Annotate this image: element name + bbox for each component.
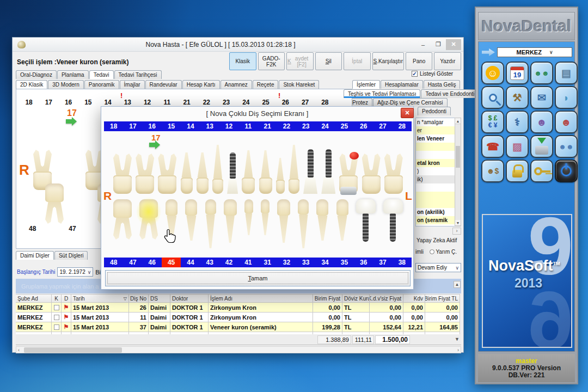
tooth-canine[interactable] xyxy=(298,199,309,248)
tooth-implant[interactable] xyxy=(303,149,317,194)
band-scroll-up-icon[interactable]: ▲ xyxy=(454,281,461,288)
table-vscroll-icon[interactable]: ▼ xyxy=(455,336,460,342)
dialog-tooth-number-18[interactable]: 18 xyxy=(104,121,123,131)
start-date-combo[interactable]: 19. 2.1972 ∨ xyxy=(57,267,93,277)
column-header-k[interactable]: K xyxy=(52,294,62,303)
tooth-molar[interactable] xyxy=(45,183,64,224)
dialog-tooth-number-26[interactable]: 26 xyxy=(354,121,373,131)
procedures-scrollbar[interactable]: ▲ ▼ xyxy=(455,118,461,226)
column-header--ube-ad[interactable]: Şube Ad xyxy=(16,294,52,303)
patient-smile-button[interactable]: ☺ xyxy=(481,62,504,84)
chart-tooth-number-14[interactable]: 14 xyxy=(98,99,118,106)
tooth-implant[interactable] xyxy=(321,149,335,194)
dentition-tab-daimi-di-ler[interactable]: Daimi Dişler xyxy=(16,251,54,260)
currency-button[interactable]: $ £€ ¥ xyxy=(481,111,504,133)
row-checkbox[interactable] xyxy=(54,324,59,330)
chart-tooth-number-13[interactable]: 13 xyxy=(118,99,137,106)
tab-tedavi[interactable]: Tedavi xyxy=(89,70,114,79)
dialog-tooth-number-43[interactable]: 43 xyxy=(200,258,219,267)
tab-a-z-di-ve-ene-cerrahisi[interactable]: Ağız-Diş ve Çene Cerrahisi xyxy=(373,98,448,107)
chart-tooth-number-47[interactable]: 47 xyxy=(69,225,76,232)
dialog-tooth-number-12[interactable]: 12 xyxy=(219,121,238,131)
column-header-kdv[interactable]: Kdv xyxy=(403,294,425,303)
column-header-d-viz-kuru[interactable]: Döviz Kuru xyxy=(342,294,370,303)
dialog-tooth-number-45[interactable]: 45 xyxy=(162,258,181,267)
tooth-molar[interactable] xyxy=(136,154,154,194)
tooth-molar[interactable] xyxy=(158,154,176,194)
hscroll-thumb[interactable] xyxy=(24,347,122,353)
dialog-tooth-number-25[interactable]: 25 xyxy=(335,121,354,131)
patients-group-button[interactable]: ☻☻ xyxy=(530,62,553,84)
user-lock-button[interactable]: ☻ xyxy=(530,111,553,133)
tooth-implant_fuzzy[interactable] xyxy=(356,199,376,242)
toolbar-button-kaydet-f2-[interactable]: Kaydet [F2] xyxy=(286,52,314,70)
chart-tooth-number-17[interactable]: 17 xyxy=(39,99,58,106)
tooth-premolar[interactable] xyxy=(185,199,197,241)
column-header-ds[interactable]: DS xyxy=(149,294,170,303)
procedure-item[interactable] xyxy=(416,192,461,200)
phone-button[interactable]: ☎ xyxy=(481,135,504,158)
procedure-item[interactable]: ik) xyxy=(416,175,461,183)
chart-tooth-number-27[interactable]: 27 xyxy=(296,99,315,106)
tooth-incisor[interactable] xyxy=(224,199,237,243)
row-checkbox[interactable] xyxy=(54,305,59,310)
column-header-i-lem-ad-[interactable]: İşlem Adı xyxy=(209,294,313,303)
toolbar-button-pano[interactable]: Pano xyxy=(406,52,433,70)
tooth-premolar[interactable] xyxy=(316,199,328,241)
tooth-implant_crown[interactable] xyxy=(227,152,238,194)
dialog-tooth-number-33[interactable]: 33 xyxy=(296,258,315,267)
tab-oral-diagnoz[interactable]: Oral-Diagnoz xyxy=(16,70,57,79)
tooth-molar[interactable] xyxy=(139,199,158,240)
backup-button[interactable] xyxy=(530,135,553,158)
dialog-tooth-number-37[interactable]: 37 xyxy=(373,258,392,267)
tab-re-ete[interactable]: Reçete xyxy=(253,80,279,89)
dialog-tooth-number-23[interactable]: 23 xyxy=(296,121,315,131)
staff-group-button[interactable]: ☻☻ xyxy=(555,135,578,158)
show-list-checkbox-row[interactable]: ✓ Listeyi Göster xyxy=(412,71,453,77)
agreement-button[interactable]: ◗ xyxy=(555,86,578,109)
chart-tooth-number-18[interactable]: 18 xyxy=(19,99,39,106)
chart-tooth-number-23[interactable]: 23 xyxy=(217,99,236,106)
tab-planlama[interactable]: Planlama xyxy=(57,70,89,79)
tab-hesaplamalar[interactable]: Hesaplamalar xyxy=(381,80,423,89)
dialog-tooth-number-22[interactable]: 22 xyxy=(277,121,296,131)
dialog-tooth-number-15[interactable]: 15 xyxy=(162,121,181,131)
tab-randevular[interactable]: Randevular xyxy=(145,80,182,89)
dialog-tooth-number-11[interactable]: 11 xyxy=(238,121,258,131)
tab-stok-hareket[interactable]: Stok Hareket xyxy=(279,80,319,89)
dialog-tooth-number-46[interactable]: 46 xyxy=(143,258,162,267)
ok-button[interactable]: Tamam xyxy=(105,270,411,286)
mail-button[interactable]: ✉ xyxy=(530,86,553,109)
dialog-tooth-number-38[interactable]: 38 xyxy=(393,258,412,267)
chart-tooth-number-15[interactable]: 15 xyxy=(78,99,98,106)
dialog-tooth-number-47[interactable]: 47 xyxy=(123,258,142,267)
column-header-birim-fiyat-tl[interactable]: Birim Fiyat TL xyxy=(425,294,460,303)
procedure-item[interactable] xyxy=(416,200,461,208)
close-button[interactable]: ✕ xyxy=(446,39,461,50)
column-header-birim-fiyat[interactable]: Birim Fiyat xyxy=(313,294,342,303)
procedure-item[interactable]: n *amalgar xyxy=(416,118,461,126)
tooth-canine[interactable] xyxy=(212,145,223,194)
dialog-tooth-number-27[interactable]: 27 xyxy=(373,121,392,131)
dialog-tooth-number-36[interactable]: 36 xyxy=(354,258,373,267)
scroll-thumb[interactable] xyxy=(456,146,460,168)
radio-row[interactable]: imli Yarım Ç. xyxy=(415,249,457,255)
tooth-molar[interactable] xyxy=(384,154,403,194)
tab-tedavi-tarih-esi[interactable]: Tedavi Tarihçesi xyxy=(114,70,162,79)
branch-select[interactable]: MERKEZ ∨ xyxy=(497,47,572,57)
procedure-item[interactable]: etal kron xyxy=(416,159,461,167)
row-checkbox[interactable] xyxy=(54,315,59,320)
table-row[interactable]: MERKEZ⚑15 Mart 201326DaimiDOKTOR 1Zirkon… xyxy=(16,303,461,313)
minimize-button[interactable]: – xyxy=(415,39,431,50)
scroll-up-icon[interactable]: ▲ xyxy=(455,118,461,124)
tab-tedavi-ve-endodonti[interactable]: Tedavi ve Endodonti xyxy=(421,89,479,98)
dialog-close-button[interactable]: ✕ xyxy=(401,108,414,118)
toolbar-button-sil[interactable]: Sil xyxy=(315,52,342,70)
tooth-premolar[interactable] xyxy=(166,199,177,241)
tooth-molar[interactable] xyxy=(113,154,132,194)
tooth-incisor_sm[interactable] xyxy=(261,199,270,235)
tab-te-his-ve-tedavi-planlamas-[interactable]: Teşhis ve Tedavi Planlaması xyxy=(344,89,420,98)
tooth-premolar[interactable] xyxy=(336,199,348,241)
tab-i-lemler[interactable]: İşlemler xyxy=(352,80,380,89)
tools-button[interactable]: ⚒ xyxy=(506,86,529,109)
